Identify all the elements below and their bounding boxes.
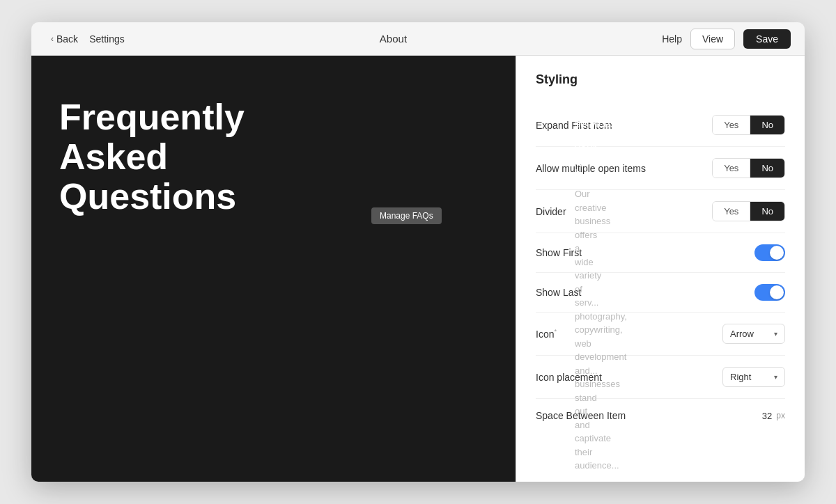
view-button[interactable]: View (690, 29, 735, 49)
allow-multiple-yes-button[interactable]: Yes (713, 159, 750, 178)
chevron-down-icon: ▾ (774, 373, 777, 381)
topbar-center-label: About (125, 33, 662, 45)
faq-title: Frequently Asked Questions (59, 97, 296, 217)
styling-panel: Styling Expand First Item Yes No Allow m… (516, 56, 805, 482)
allow-multiple-yesno: Yes No (712, 158, 785, 178)
back-button[interactable]: ‹ Back (45, 31, 84, 47)
chevron-left-icon: ‹ (51, 34, 54, 44)
icon-placement-dropdown[interactable]: Right ▾ (722, 367, 785, 387)
topbar: ‹ Back Settings About Help View Save (31, 22, 805, 56)
settings-label: Settings (89, 33, 125, 45)
manage-faqs-tooltip: Manage FAQs (371, 207, 442, 224)
main-content: Frequently Asked Questions Manage FAQs W… (31, 56, 805, 482)
allow-multiple-no-button[interactable]: No (750, 159, 784, 178)
divider-yes-button[interactable]: Yes (713, 202, 750, 221)
divider-yesno: Yes No (712, 201, 785, 221)
space-unit: px (776, 411, 785, 420)
help-label[interactable]: Help (662, 33, 682, 45)
icon-value: Arrow (730, 329, 754, 339)
icon-placement-value: Right (730, 372, 751, 382)
back-label: Back (56, 33, 78, 45)
chevron-down-icon: ▾ (774, 330, 777, 338)
divider-no-button[interactable]: No (750, 202, 784, 221)
icon-label: Icon* (536, 328, 557, 340)
faq-preview: Frequently Asked Questions Manage FAQs W… (31, 56, 516, 482)
show-last-toggle[interactable] (754, 284, 785, 301)
panel-title: Styling (536, 72, 785, 87)
faq-items-list: What services does your creative bu... O… (561, 90, 589, 482)
expand-first-yesno: Yes No (712, 115, 785, 135)
space-number: 32 (762, 411, 772, 421)
topbar-actions: Help View Save (662, 29, 791, 49)
icon-dropdown[interactable]: Arrow ▾ (722, 324, 785, 344)
space-between-value: 32 px (762, 411, 785, 421)
save-button[interactable]: Save (743, 29, 791, 49)
expand-first-no-button[interactable]: No (750, 116, 784, 134)
show-first-toggle[interactable] (754, 244, 785, 261)
expand-first-yes-button[interactable]: Yes (713, 116, 750, 134)
